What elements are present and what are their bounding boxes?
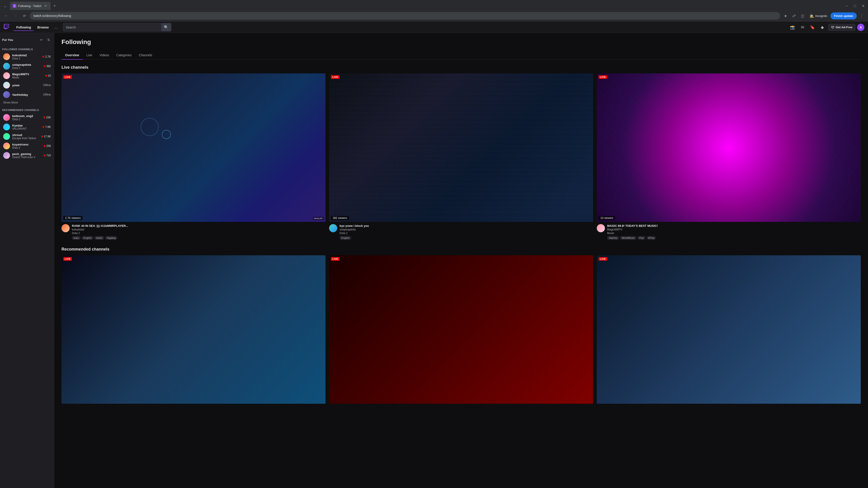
card-thumbnail-wrap: LIVE bbox=[61, 255, 326, 404]
card-channel-name[interactable]: Magic899TV bbox=[607, 228, 861, 231]
twitch-logo[interactable] bbox=[4, 24, 9, 31]
channel-info: kuyanicwxc Dota 2 bbox=[12, 143, 41, 149]
card-channel-name[interactable]: kukudota2 bbox=[72, 228, 326, 231]
sidebar-recommended-item[interactable]: betboom_eng2 Dota 2 15K bbox=[1, 113, 53, 122]
stream-tag[interactable]: English bbox=[82, 236, 93, 240]
back-button[interactable]: ← bbox=[3, 12, 10, 20]
messages-button[interactable]: ✉ bbox=[798, 23, 807, 31]
twitch-body: For You ↩ ⇅ FOLLOWED CHANNELS kukudota2 … bbox=[0, 33, 868, 488]
sidebar-sort-button[interactable]: ⇅ bbox=[45, 37, 52, 43]
recommended-channel-card[interactable]: LIVE bbox=[597, 255, 861, 406]
channel-avatar bbox=[3, 142, 10, 149]
browser-chrome: ⌄ t Following - Twitch ✕ + – □ ✕ ← → ⟳ ★… bbox=[0, 0, 868, 22]
channel-avatar bbox=[3, 152, 10, 159]
stream-tag[interactable]: Tagalog bbox=[105, 236, 118, 240]
channel-avatar bbox=[3, 72, 10, 79]
card-stream-title: bye yowe i block you bbox=[340, 224, 403, 228]
sidebar-recommended-item[interactable]: pech_gaming Grand Theft Auto V 710 bbox=[1, 151, 53, 160]
stream-tag[interactable]: WorldMusic bbox=[620, 236, 637, 240]
sidebar-channel-item[interactable]: VanHoliday Offline bbox=[1, 90, 53, 99]
incognito-indicator: 🕵 Incognito bbox=[808, 13, 829, 19]
page-tabs: OverviewLiveVideosCategoriesChannels bbox=[61, 51, 861, 60]
card-game[interactable]: Dota 2 bbox=[340, 232, 593, 235]
recommended-grid: LIVE LIVE LIVE bbox=[61, 255, 861, 406]
activity-feed-button[interactable]: 📸 bbox=[788, 23, 797, 31]
browser-tab-active[interactable]: t Following - Twitch ✕ bbox=[10, 2, 51, 10]
sidebar-collapse-button[interactable]: ↩ bbox=[38, 37, 44, 43]
show-more-link[interactable]: Show More bbox=[0, 99, 54, 105]
sidebar-recommended-item[interactable]: kuyanicwxc Dota 2 256 bbox=[1, 141, 53, 151]
stream-tag[interactable]: Pop bbox=[638, 236, 646, 240]
sidebar-channel-item[interactable]: kukudota2 Dota 2 2.7K bbox=[1, 52, 53, 61]
card-game[interactable]: Music bbox=[607, 232, 861, 235]
channel-name: solapsapdota bbox=[12, 63, 41, 66]
close-window-button[interactable]: ✕ bbox=[860, 3, 866, 9]
stream-tag[interactable]: KPop bbox=[647, 236, 656, 240]
sidebar-channel-item[interactable]: Magic899TV Music 10 bbox=[1, 71, 53, 80]
channel-avatar bbox=[3, 63, 10, 70]
live-channel-card[interactable]: LIVE 382 viewers bye yowe i block you so… bbox=[329, 73, 593, 240]
tab-navigation: ⌄ bbox=[2, 3, 8, 9]
live-channel-card[interactable]: RIVALRY LIVE 2.7K viewers RANK 44 IN SEA… bbox=[61, 73, 326, 240]
user-avatar[interactable]: A bbox=[857, 24, 864, 31]
forward-button[interactable]: → bbox=[12, 12, 19, 20]
bookmark-star-button[interactable]: ★ bbox=[782, 12, 789, 20]
recommended-channel-card[interactable]: LIVE bbox=[329, 255, 593, 406]
address-bar[interactable] bbox=[30, 12, 780, 20]
card-thumbnail-wrap: LIVE bbox=[329, 255, 593, 404]
channel-viewers: 710 bbox=[43, 154, 51, 157]
card-meta: bye yowe i block you solapsapdota Dota 2… bbox=[329, 224, 593, 240]
sidebar-recommended-item[interactable]: shroud Escape from Tarkov 17.9K bbox=[1, 132, 53, 141]
nav-browse[interactable]: Browse bbox=[35, 24, 52, 31]
viewers-badge: 10 viewers bbox=[598, 216, 615, 220]
sidebar-toggle-button[interactable]: ◫ bbox=[799, 12, 806, 20]
channel-viewers: 256 bbox=[43, 144, 51, 148]
tab-list-button[interactable]: ⌄ bbox=[2, 3, 8, 9]
live-dot bbox=[42, 126, 44, 128]
channel-game: Grand Theft Auto V bbox=[12, 156, 41, 159]
page-tab-channels[interactable]: Channels bbox=[135, 51, 156, 60]
stream-tag[interactable]: English bbox=[340, 236, 351, 240]
new-tab-button[interactable]: + bbox=[52, 3, 58, 9]
reload-button[interactable]: ⟳ bbox=[21, 12, 28, 20]
page-tab-videos[interactable]: Videos bbox=[96, 51, 113, 60]
sidebar-recommended-item[interactable]: Kyedae VALORANT 7.8K bbox=[1, 122, 53, 132]
channel-game: Music bbox=[12, 76, 43, 79]
minimize-button[interactable]: – bbox=[844, 3, 850, 9]
get-ad-free-button[interactable]: 🛡 Get Ad-Free bbox=[828, 24, 855, 31]
live-channels-grid: RIVALRY LIVE 2.7K viewers RANK 44 IN SEA… bbox=[61, 73, 861, 240]
card-game[interactable]: Dota 2 bbox=[72, 232, 326, 235]
channel-viewers: 10 bbox=[45, 74, 51, 77]
page-tab-overview[interactable]: Overview bbox=[61, 51, 83, 60]
page-tab-live[interactable]: Live bbox=[83, 51, 96, 60]
stream-tag[interactable]: HipHop bbox=[607, 236, 619, 240]
live-dot bbox=[43, 145, 45, 147]
nav-following[interactable]: Following bbox=[13, 24, 34, 31]
nav-more-button[interactable]: … bbox=[53, 24, 59, 31]
card-tags: HipHopWorldMusicPopKPop bbox=[607, 236, 861, 240]
search-input[interactable] bbox=[63, 24, 161, 31]
stream-tag[interactable]: kuku bbox=[72, 236, 81, 240]
watchlist-button[interactable]: 🔖 bbox=[808, 23, 816, 31]
browser-menu-button[interactable]: ⋮ bbox=[858, 12, 865, 20]
sidebar-channel-item[interactable]: yowe Offline bbox=[1, 80, 53, 90]
followed-channels-title: FOLLOWED CHANNELS bbox=[2, 48, 33, 51]
page-tab-categories[interactable]: Categories bbox=[113, 51, 135, 60]
card-stream-title: RANK 44 IN SEA :))) #11kMMRPLAYER... bbox=[72, 224, 135, 228]
sidebar-channel-item[interactable]: solapsapdota Dota 2 382 bbox=[1, 61, 53, 71]
finish-update-button[interactable]: Finish update bbox=[831, 12, 857, 20]
card-channel-name[interactable]: solapsapdota bbox=[340, 228, 593, 231]
card-thumbnail-wrap: RIVALRY LIVE 2.7K viewers bbox=[61, 73, 326, 222]
sidebar-for-you-header: For You ↩ ⇅ bbox=[0, 35, 54, 45]
header-icons: 📸 ✉ 🔖 ◆ 🛡 Get Ad-Free A bbox=[788, 23, 864, 31]
card-thumbnail-wrap: LIVE bbox=[597, 255, 861, 404]
maximize-button[interactable]: □ bbox=[852, 3, 858, 9]
notifications-button[interactable]: ◆ bbox=[818, 23, 827, 31]
channel-name: Kyedae bbox=[12, 124, 40, 127]
tab-close-button[interactable]: ✕ bbox=[43, 4, 48, 8]
stream-tag[interactable]: dota2 bbox=[94, 236, 104, 240]
search-button[interactable]: 🔍 bbox=[161, 23, 171, 31]
reader-mode-button[interactable]: ☍ bbox=[790, 12, 798, 20]
recommended-channel-card[interactable]: LIVE bbox=[61, 255, 326, 406]
live-channel-card[interactable]: LIVE 10 viewers MAGIC 89.9! TODAY'S BEST… bbox=[597, 73, 861, 240]
